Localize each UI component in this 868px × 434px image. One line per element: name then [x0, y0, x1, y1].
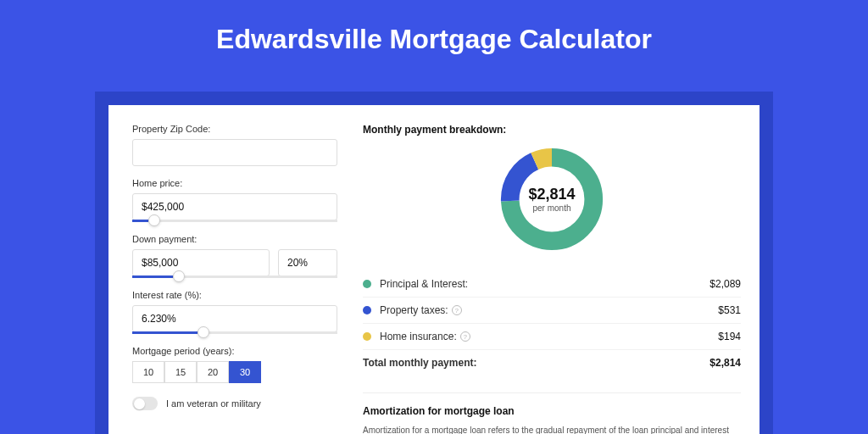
breakdown-value: $2,089 [709, 278, 741, 290]
veteran-toggle[interactable] [132, 397, 158, 410]
veteran-label: I am veteran or military [166, 398, 261, 409]
dot-icon [363, 280, 371, 288]
breakdown-label: Property taxes: [380, 304, 448, 316]
breakdown-row-insurance: Home insurance: ? $194 [363, 324, 741, 350]
amortization-section: Amortization for mortgage loan Amortizat… [363, 392, 741, 434]
down-label: Down payment: [132, 234, 337, 244]
rate-input[interactable] [132, 305, 337, 332]
period-15[interactable]: 15 [164, 361, 197, 383]
page-title: Edwardsville Mortgage Calculator [0, 0, 868, 74]
donut-amount: $2,814 [528, 186, 575, 203]
breakdown-header: Monthly payment breakdown: [363, 124, 741, 136]
breakdown-label: Home insurance: [380, 331, 457, 342]
info-icon[interactable]: ? [460, 331, 470, 342]
zip-input[interactable] [132, 139, 337, 166]
period-10[interactable]: 10 [132, 361, 164, 383]
down-amount-input[interactable] [132, 249, 270, 276]
price-input[interactable] [132, 193, 337, 220]
total-label: Total monthly payment: [363, 357, 709, 369]
period-20[interactable]: 20 [197, 361, 229, 383]
zip-label: Property Zip Code: [132, 124, 337, 134]
breakdown-row-total: Total monthly payment: $2,814 [363, 350, 741, 376]
breakdown-row-principal: Principal & Interest: $2,089 [363, 271, 741, 298]
breakdown-value: $194 [718, 331, 741, 342]
price-slider[interactable] [132, 220, 337, 222]
calculator-card: Property Zip Code: Home price: Down paym… [108, 105, 760, 434]
amortization-header: Amortization for mortgage loan [363, 405, 741, 417]
dot-icon [363, 306, 371, 314]
breakdown-row-taxes: Property taxes: ? $531 [363, 298, 741, 324]
breakdown-label: Principal & Interest: [380, 278, 709, 290]
breakdown-value: $531 [718, 304, 741, 316]
rate-label: Interest rate (%): [132, 290, 337, 300]
period-group: 10 15 20 30 [132, 361, 337, 383]
payment-donut-chart: $2,814 per month [497, 144, 607, 254]
dot-icon [363, 332, 371, 341]
period-30[interactable]: 30 [229, 361, 261, 383]
down-slider[interactable] [132, 275, 337, 278]
down-percent-input[interactable] [278, 249, 337, 276]
donut-per-month: per month [532, 203, 570, 213]
period-label: Mortgage period (years): [132, 346, 337, 356]
amortization-text: Amortization for a mortgage loan refers … [363, 424, 741, 434]
rate-slider[interactable] [132, 331, 337, 334]
breakdown-panel: Monthly payment breakdown: $2,814 per mo… [363, 124, 741, 434]
info-icon[interactable]: ? [452, 305, 462, 315]
form-panel: Property Zip Code: Home price: Down paym… [132, 124, 337, 434]
price-label: Home price: [132, 178, 337, 188]
total-value: $2,814 [709, 357, 741, 369]
